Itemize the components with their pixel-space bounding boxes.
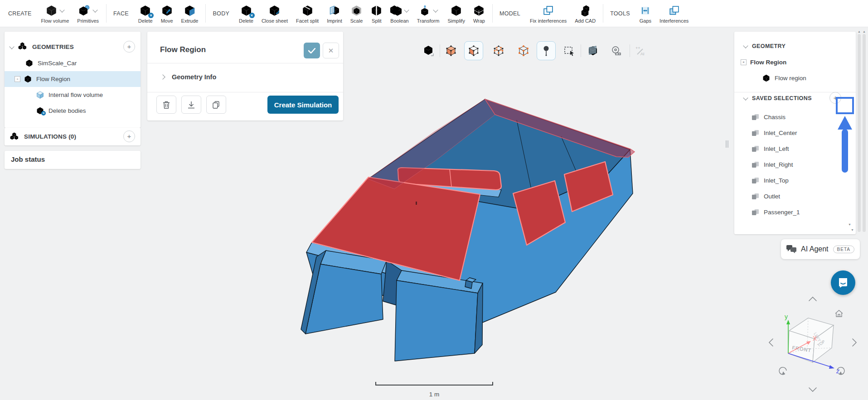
saved-selection-item[interactable]: Passenger_1 bbox=[734, 204, 856, 220]
ai-selection-tool[interactable]: ++AI bbox=[630, 41, 650, 60]
clip-plane-tool[interactable] bbox=[583, 41, 602, 60]
chat-launcher-button[interactable] bbox=[831, 270, 855, 295]
toolbar-item-scale[interactable]: Scale bbox=[346, 2, 367, 25]
toolbar-item-body-delete[interactable]: × Delete bbox=[235, 2, 257, 25]
toolbar-item-label: Add CAD bbox=[575, 18, 596, 24]
add-simulation-button[interactable]: + bbox=[123, 130, 135, 142]
toolbar-item-gaps[interactable]: Gaps bbox=[635, 2, 655, 25]
toolbar-item-facet-split[interactable]: Facet split bbox=[292, 2, 323, 25]
geometries-header[interactable]: GEOMETRIES + bbox=[5, 38, 141, 55]
rotate-down-button[interactable] bbox=[809, 388, 816, 391]
measure-tool[interactable] bbox=[607, 41, 626, 60]
scroll-up-icon[interactable]: ▲ bbox=[858, 30, 861, 33]
toolbar-item-wrap[interactable]: Wrap bbox=[469, 2, 489, 25]
toolbar-item-add-cad[interactable]: Add CAD bbox=[571, 2, 600, 25]
confirm-button[interactable] bbox=[304, 43, 320, 58]
home-view-button[interactable] bbox=[835, 310, 843, 317]
toolbar-item-imprint[interactable]: Imprint bbox=[323, 2, 346, 25]
clip-plane-icon bbox=[587, 45, 598, 57]
download-icon bbox=[187, 101, 195, 109]
gaps-icon bbox=[640, 5, 651, 16]
rotate-up-button[interactable] bbox=[809, 297, 816, 301]
toolbar-item-label: Move bbox=[161, 18, 173, 24]
viewport-3d-model[interactable] bbox=[245, 93, 644, 365]
toolbar-item-transform[interactable]: Transform bbox=[413, 2, 444, 25]
ai-agent-button[interactable]: AI Agent BETA bbox=[781, 239, 860, 259]
check-icon bbox=[308, 48, 315, 53]
delete-geometry-button[interactable] bbox=[156, 96, 176, 114]
saved-selection-icon bbox=[752, 177, 759, 184]
rotate-ccw-button[interactable] bbox=[779, 367, 786, 375]
tree-item-flow-region-child[interactable]: Flow region bbox=[734, 70, 856, 86]
toolbar-item-boolean[interactable]: Boolean bbox=[386, 2, 412, 25]
tree-item-simscale-car[interactable]: SimScale_Car bbox=[5, 55, 141, 71]
toolbar-item-label: Delete bbox=[138, 18, 153, 24]
toolbar-separator bbox=[205, 4, 206, 23]
edge-select-tool[interactable] bbox=[489, 41, 508, 60]
viewport-canvas[interactable]: 1 m GEOMETRIES + SimScale_Car - Flow Reg… bbox=[0, 27, 868, 400]
saved-selection-label: Passenger_1 bbox=[764, 209, 800, 216]
svg-text:++: ++ bbox=[635, 46, 640, 50]
saved-selection-label: Outlet bbox=[764, 193, 780, 200]
boolean-icon bbox=[390, 5, 402, 16]
saved-selection-item[interactable]: Outlet bbox=[734, 188, 856, 204]
toolbar-item-primitives[interactable]: Primitives bbox=[73, 2, 103, 25]
toolbar-item-face-delete[interactable]: × Delete bbox=[134, 2, 157, 25]
dialog-divider bbox=[147, 92, 343, 92]
tree-item-delete-bodies[interactable]: × Delete bodies bbox=[5, 103, 141, 119]
create-simulation-button[interactable]: Create Simulation bbox=[267, 96, 339, 114]
saved-selection-label: Inlet_Center bbox=[764, 130, 797, 136]
scrollbar-outer[interactable] bbox=[858, 34, 861, 232]
facet-split-icon bbox=[302, 5, 313, 16]
add-geometry-button[interactable]: + bbox=[123, 41, 135, 53]
probe-select-tool[interactable] bbox=[537, 41, 556, 60]
solid-select-tool[interactable] bbox=[419, 41, 438, 60]
nav-cube[interactable]: FRONT TOP LEFT y X z bbox=[765, 294, 861, 395]
geometry-info-section[interactable]: Geometry Info bbox=[161, 73, 216, 81]
tree-item-label: Flow region bbox=[775, 75, 806, 82]
toolbar-item-split[interactable]: Split bbox=[367, 2, 386, 25]
toolbar-item-face-extrude[interactable]: Extrude bbox=[177, 2, 203, 25]
toolbar-item-interferences[interactable]: Interferences bbox=[655, 2, 693, 25]
view-toolbar-separator bbox=[440, 44, 440, 57]
face-select-tool[interactable] bbox=[464, 41, 483, 60]
wrap-icon bbox=[473, 5, 485, 16]
volume-select-tool[interactable] bbox=[441, 41, 461, 60]
toolbar-item-flow-volume[interactable]: Flow volume bbox=[37, 2, 73, 25]
geometry-cube-icon bbox=[24, 75, 32, 83]
copy-geometry-button[interactable] bbox=[206, 96, 226, 114]
geometry-section-title: GEOMETRY bbox=[752, 43, 786, 49]
axis-z-label: z bbox=[836, 367, 839, 375]
collapse-toggle-icon[interactable]: - bbox=[15, 76, 20, 82]
scale-icon bbox=[351, 5, 362, 16]
close-button[interactable]: ✕ bbox=[323, 43, 339, 58]
tree-item-label: Internal flow volume bbox=[48, 92, 103, 98]
tree-item-flow-region[interactable]: - Flow Region bbox=[5, 71, 141, 87]
toolbar-item-face-move[interactable]: Move bbox=[157, 2, 177, 25]
probe-icon bbox=[540, 45, 552, 57]
toolbar-item-close-sheet[interactable]: Close sheet bbox=[257, 2, 292, 25]
rotate-right-button[interactable] bbox=[853, 339, 856, 346]
geometry-section-header[interactable]: GEOMETRY bbox=[734, 38, 856, 54]
panel-resize-grip[interactable] bbox=[726, 140, 729, 148]
download-geometry-button[interactable] bbox=[181, 96, 201, 114]
simulations-header[interactable]: SIMULATIONS (0) + bbox=[5, 128, 141, 145]
tree-item-label: Flow Region bbox=[36, 76, 70, 82]
box-select-tool[interactable] bbox=[559, 41, 578, 60]
tree-item-internal-flow-volume[interactable]: Internal flow volume bbox=[5, 87, 141, 103]
scroll-down-icon[interactable]: ▼ bbox=[848, 223, 851, 226]
add-cad-icon bbox=[580, 5, 591, 16]
toolbar-item-simplify[interactable]: Simplify bbox=[443, 2, 469, 25]
scroll-up-icon[interactable]: ▲ bbox=[863, 30, 866, 33]
rotate-left-button[interactable] bbox=[769, 339, 773, 346]
axis-x-label: X bbox=[813, 335, 817, 342]
toolbar-item-fix-interferences[interactable]: Fix interferences bbox=[526, 2, 571, 25]
collapse-toggle-icon[interactable]: - bbox=[741, 59, 747, 65]
scroll-down-icon[interactable]: ▼ bbox=[851, 228, 854, 231]
imprint-icon bbox=[329, 5, 340, 16]
simulations-icon bbox=[10, 132, 20, 141]
flow-volume-icon bbox=[46, 5, 57, 16]
tree-item-flow-region-parent[interactable]: - Flow Region bbox=[734, 54, 856, 70]
vertex-select-tool[interactable] bbox=[514, 41, 533, 60]
scrollbar-inner[interactable] bbox=[863, 34, 866, 232]
